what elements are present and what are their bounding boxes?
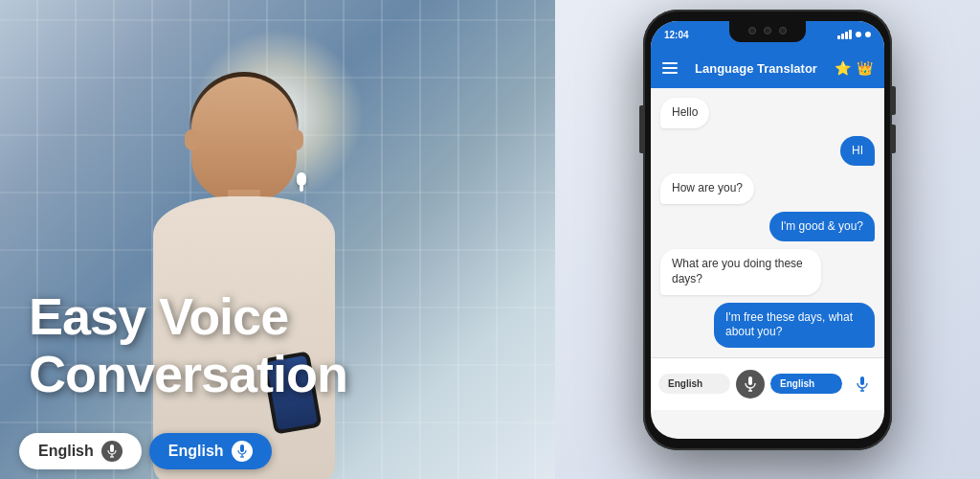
speaker-dot (764, 27, 771, 34)
header-action-icons: ⭐ 👑 (835, 60, 873, 76)
volume-up-button (892, 86, 896, 115)
person-ear-right (288, 129, 303, 150)
signal-bar-3 (845, 32, 848, 39)
svg-rect-3 (240, 445, 244, 452)
person-figure (77, 38, 402, 479)
person-ear-left (185, 129, 200, 150)
earbud-icon (297, 172, 306, 186)
phone-input-bar: English English (651, 357, 884, 410)
mic-button-right[interactable] (848, 370, 877, 399)
camera-dot (748, 27, 756, 34)
phone-screen: 12:04 (651, 21, 884, 439)
app-title: Language Translator (685, 61, 827, 76)
svg-rect-6 (748, 376, 752, 385)
sensor-dot (779, 27, 787, 34)
crown-icon[interactable]: 👑 (857, 60, 873, 76)
hamburger-line-3 (662, 72, 678, 74)
camera-area (748, 27, 787, 34)
phone-lang-left[interactable]: English (658, 374, 730, 394)
phone-demo-section: 12:04 (555, 0, 980, 479)
mic-icon-dark (101, 441, 122, 462)
phone-lang-right[interactable]: English (770, 374, 842, 394)
favorite-star-icon[interactable]: ⭐ (835, 60, 851, 76)
hero-title: Easy Voice Conversation (29, 288, 347, 402)
signal-icon (837, 30, 852, 39)
hero-section: Easy Voice Conversation English English (0, 0, 555, 479)
bottom-lang-bar-left: English English (19, 433, 272, 469)
chat-messages-area: Hello HI How are you? I'm good & you? Wh… (651, 88, 884, 357)
status-icons (837, 30, 871, 39)
hero-title-line1: Easy Voice (29, 287, 288, 345)
lang-white-label: English (38, 443, 94, 460)
signal-bar-2 (841, 34, 844, 39)
mic-button-left[interactable] (736, 370, 765, 399)
menu-button[interactable] (662, 62, 678, 74)
svg-rect-0 (110, 445, 114, 452)
hero-text-block: Easy Voice Conversation (29, 288, 347, 402)
power-button (639, 105, 643, 153)
message-2: HI (840, 136, 875, 167)
app-header: Language Translator ⭐ 👑 (651, 48, 884, 88)
phone-lang-left-label: English (668, 378, 702, 389)
message-4: I'm good & you? (769, 212, 875, 242)
volume-down-button (892, 125, 896, 153)
wifi-icon (856, 32, 861, 37)
signal-bar-1 (837, 35, 840, 39)
svg-rect-9 (860, 376, 864, 385)
message-6: I'm free these days, what about you? (714, 303, 875, 348)
person-head (191, 77, 297, 201)
message-1: Hello (660, 98, 709, 128)
lang-button-blue[interactable]: English (149, 433, 272, 469)
status-time: 12:04 (664, 30, 689, 40)
hamburger-line-2 (662, 67, 678, 69)
phone-device: 12:04 (643, 10, 892, 450)
hero-title-line2: Conversation (29, 345, 347, 402)
lang-blue-label: English (168, 443, 224, 460)
phone-notch (729, 21, 806, 42)
phone-lang-right-label: English (780, 378, 814, 389)
hamburger-line-1 (662, 62, 678, 64)
battery-icon (865, 32, 871, 37)
lang-button-white[interactable]: English (19, 433, 142, 469)
mic-icon-blue (232, 441, 253, 462)
signal-bar-4 (849, 30, 852, 39)
message-5: What are you doing these days? (660, 249, 821, 294)
message-3: How are you? (660, 173, 754, 204)
